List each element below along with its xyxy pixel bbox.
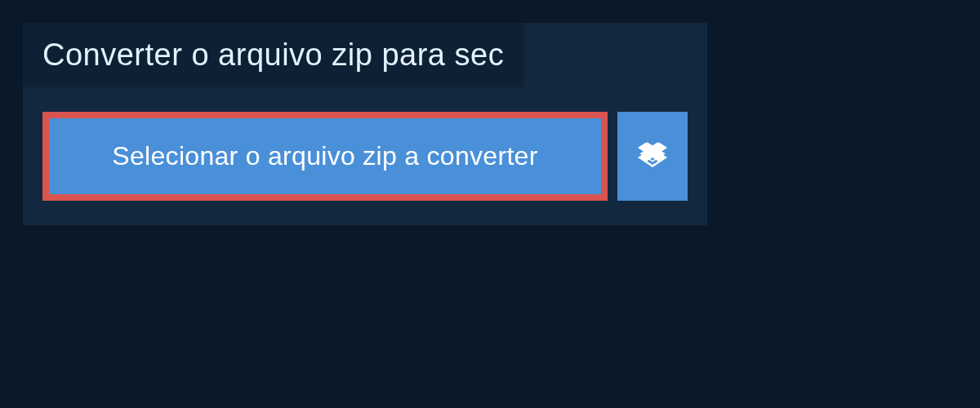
title-bar: Converter o arquivo zip para sec (23, 23, 523, 87)
page-title: Converter o arquivo zip para sec (42, 38, 504, 73)
dropbox-icon (638, 140, 667, 172)
dropbox-button[interactable] (617, 112, 688, 201)
select-file-button[interactable]: Selecionar o arquivo zip a converter (42, 112, 608, 201)
upload-section: Selecionar o arquivo zip a converter (23, 87, 707, 225)
select-file-label: Selecionar o arquivo zip a converter (112, 141, 537, 171)
converter-panel: Converter o arquivo zip para sec Selecio… (23, 23, 707, 225)
